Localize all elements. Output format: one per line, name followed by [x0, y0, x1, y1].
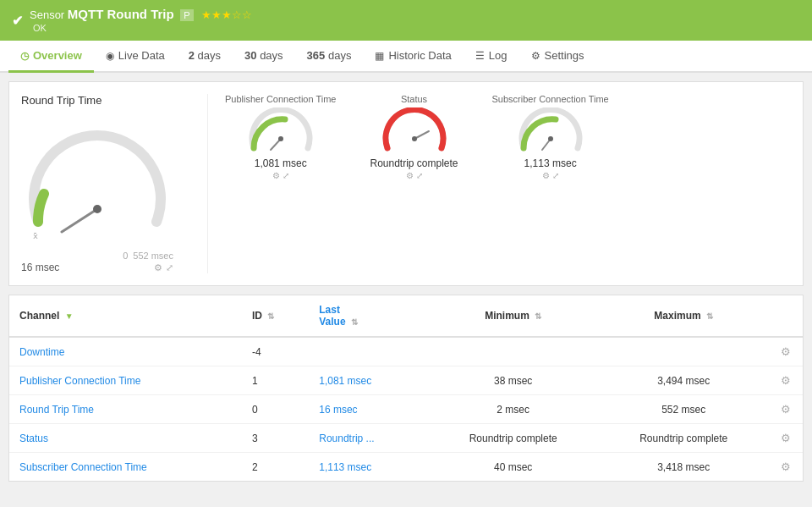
cell-maximum [598, 337, 769, 366]
cell-channel[interactable]: Round Trip Time [9, 395, 242, 424]
settings-icon: ⚙ [531, 50, 540, 62]
tab-historic[interactable]: ▦ Historic Data [363, 41, 463, 73]
cell-channel[interactable]: Downtime [9, 337, 242, 366]
cell-id: 2 [242, 453, 309, 482]
status-badge: OK [33, 23, 47, 33]
cell-action[interactable]: ⚙ [769, 337, 803, 366]
small-gauge-subscriber-value: 1,113 msec [524, 157, 577, 169]
cell-action[interactable]: ⚙ [769, 395, 803, 424]
gauge-settings-icon[interactable]: ⚙ [154, 262, 162, 273]
tab-2days-label: 2 days [189, 49, 221, 62]
channel-sort-icon: ▼ [65, 311, 74, 321]
small-gauge-status-value: Roundtrip complete [370, 157, 458, 169]
tab-live-data-label: Live Data [118, 49, 165, 62]
cell-action[interactable]: ⚙ [769, 424, 803, 453]
big-gauge-min: 0 [123, 251, 128, 261]
small-gauge-status-title: Status [401, 94, 427, 104]
cell-minimum: Roundtrip complete [428, 424, 599, 453]
table-row: Round Trip Time016 msec2 msec552 msec⚙ [9, 395, 803, 424]
subscriber-gauge-settings-icon[interactable]: ⚙ [542, 171, 550, 180]
cell-action[interactable]: ⚙ [769, 453, 803, 482]
col-actions [769, 295, 803, 337]
cell-channel[interactable]: Publisher Connection Time [9, 366, 242, 395]
tab-30days[interactable]: 30 days [233, 41, 295, 73]
cell-maximum: 3,494 msec [598, 366, 769, 395]
cell-last-value: 1,081 msec [309, 366, 428, 395]
tab-2days[interactable]: 2 days [177, 41, 233, 73]
historic-icon: ▦ [375, 50, 384, 62]
star-rating[interactable]: ★★★☆☆ [201, 8, 252, 21]
cell-maximum: 552 msec [598, 395, 769, 424]
small-gauge-publisher-value: 1,081 msec [255, 157, 307, 169]
svg-point-8 [548, 136, 553, 141]
big-gauge-bottom: 16 msec 0 552 msec ⚙ ⤢ [21, 251, 173, 273]
row-gear-icon[interactable]: ⚙ [781, 403, 791, 416]
cell-last-value: Roundtrip ... [309, 424, 428, 453]
cell-channel[interactable]: Status [9, 424, 242, 453]
row-gear-icon[interactable]: ⚙ [781, 345, 791, 358]
col-maximum[interactable]: Maximum ⇅ [598, 295, 769, 337]
cell-last-value: 1,113 msec [309, 453, 428, 482]
nav-tabs: ◷ Overview ◉ Live Data 2 days 30 days 36… [0, 41, 812, 73]
publisher-gauge-expand-icon[interactable]: ⤢ [283, 171, 289, 180]
tab-overview-label: Overview [33, 49, 82, 62]
tab-365days-label: 365 days [307, 49, 352, 62]
col-id[interactable]: ID ⇅ [242, 295, 309, 337]
tab-historic-label: Historic Data [388, 49, 451, 62]
big-gauge-wrap: x̄ [21, 112, 173, 247]
row-gear-icon[interactable]: ⚙ [781, 432, 791, 444]
tab-live-data[interactable]: ◉ Live Data [94, 41, 177, 73]
overview-icon: ◷ [20, 50, 29, 62]
tab-365days[interactable]: 365 days [295, 41, 364, 73]
main-content: Round Trip Time x̄ 16 msec [0, 73, 812, 490]
tab-30days-label: 30 days [244, 49, 283, 62]
status-gauge-settings-icon[interactable]: ⚙ [406, 171, 414, 180]
small-gauge-subscriber-title: Subscriber Connection Time [492, 94, 609, 104]
row-gear-icon[interactable]: ⚙ [781, 374, 791, 387]
col-minimum[interactable]: Minimum ⇅ [428, 295, 599, 337]
pin-label: P [180, 9, 193, 21]
big-gauge-title: Round Trip Time [21, 94, 102, 107]
cell-minimum [428, 337, 599, 366]
cell-channel[interactable]: Subscriber Connection Time [9, 453, 242, 482]
tab-log[interactable]: ☰ Log [464, 41, 519, 73]
tab-overview[interactable]: ◷ Overview [8, 41, 94, 73]
svg-point-1 [93, 205, 102, 213]
cell-minimum: 2 msec [428, 395, 599, 424]
publisher-gauge-settings-icon[interactable]: ⚙ [272, 171, 280, 180]
table-row: Subscriber Connection Time21,113 msec40 … [9, 453, 803, 482]
data-table: Channel ▼ ID ⇅ LastValue ⇅ Minimum ⇅ Max… [9, 295, 803, 481]
table-header-row: Channel ▼ ID ⇅ LastValue ⇅ Minimum ⇅ Max… [9, 295, 803, 337]
subscriber-gauge-expand-icon[interactable]: ⤢ [552, 171, 559, 180]
svg-line-0 [62, 209, 97, 232]
cell-id: 3 [242, 424, 309, 453]
cell-minimum: 38 msec [428, 366, 599, 395]
cell-action[interactable]: ⚙ [769, 366, 803, 395]
col-last-value[interactable]: LastValue ⇅ [309, 295, 428, 337]
table-panel: Channel ▼ ID ⇅ LastValue ⇅ Minimum ⇅ Max… [8, 295, 804, 482]
header: ✔ Sensor MQTT Round Trip P ★★★☆☆ OK [0, 0, 812, 41]
small-gauge-subscriber: Subscriber Connection Time 1,113 msec ⚙ … [492, 94, 609, 180]
big-gauge-container: Round Trip Time x̄ 16 msec [21, 94, 190, 273]
tab-settings[interactable]: ⚙ Settings [519, 41, 596, 73]
status-gauge-expand-icon[interactable]: ⤢ [416, 171, 423, 180]
cell-last-value: 16 msec [309, 395, 428, 424]
col-channel[interactable]: Channel ▼ [9, 295, 242, 337]
minimum-sort-icon: ⇅ [535, 311, 541, 321]
cell-id: -4 [242, 337, 309, 366]
svg-point-4 [278, 136, 283, 141]
sensor-title: MQTT Round Trip [68, 7, 174, 21]
svg-point-6 [412, 136, 417, 141]
table-row: Status3Roundtrip ...Roundtrip completeRo… [9, 424, 803, 453]
last-value-sort-icon: ⇅ [351, 317, 358, 327]
cell-maximum: 3,418 msec [598, 453, 769, 482]
small-gauge-status: Status Roundtrip complete ⚙ ⤢ [370, 94, 458, 180]
cell-maximum: Roundtrip complete [598, 424, 769, 453]
maximum-sort-icon: ⇅ [706, 311, 713, 321]
gauge-expand-icon[interactable]: ⤢ [166, 262, 173, 273]
cell-minimum: 40 msec [428, 453, 599, 482]
cell-last-value [309, 337, 428, 366]
small-gauges: Publisher Connection Time 1,081 msec ⚙ ⤢… [225, 94, 791, 180]
row-gear-icon[interactable]: ⚙ [781, 460, 791, 473]
table-row: Publisher Connection Time11,081 msec38 m… [9, 366, 803, 395]
